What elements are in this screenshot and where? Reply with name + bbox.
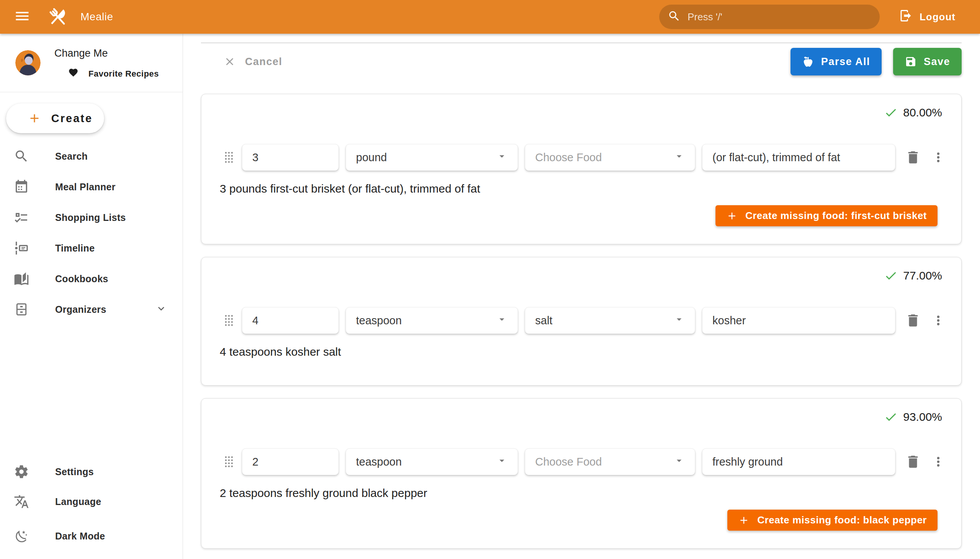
parser-toolbar: Cancel Parse All Save [201,48,962,75]
ingredient-card: 77.00% teaspoon salt 4 teaspoons kos [201,257,962,385]
drag-handle[interactable] [224,314,233,327]
favorite-recipes-label: Favorite Recipes [88,69,159,79]
food-value: Choose Food [535,151,602,164]
sidebar-item-organizers[interactable]: Organizers [0,296,183,323]
sidebar-item-label: Organizers [55,304,106,315]
note-input[interactable] [702,448,896,475]
sidebar-item-dark-mode[interactable]: Dark Mode [0,522,183,550]
create-button[interactable]: Create [6,103,104,133]
quantity-input[interactable] [242,144,339,171]
app-title: Mealie [80,11,113,23]
confidence-value: 80.00% [903,106,942,119]
translate-icon [14,494,29,509]
mealie-logo-icon[interactable] [47,6,69,28]
delete-button[interactable] [902,451,924,473]
sidebar-item-label: Language [55,496,101,507]
create-missing-food-button[interactable]: Create missing food: black pepper [727,509,937,531]
sidebar-item-cookbooks[interactable]: Cookbooks [0,265,183,293]
checklist-icon [14,210,29,225]
dropdown-caret-icon [496,150,507,165]
unit-select[interactable]: pound [346,144,518,171]
trash-icon [905,149,921,165]
save-button[interactable]: Save [893,48,962,75]
check-icon [884,269,898,283]
parse-all-button[interactable]: Parse All [790,48,882,75]
sidebar-item-meal-planner[interactable]: Meal Planner [0,173,183,201]
food-select[interactable]: Choose Food [525,144,695,171]
sidebar-item-label: Search [55,151,88,162]
unit-value: pound [356,151,387,164]
drag-handle[interactable] [224,456,233,468]
calendar-icon [14,179,29,195]
check-icon [884,410,898,424]
confidence-badge: 77.00% [213,257,949,283]
delete-button[interactable] [902,310,924,331]
trash-icon [905,313,921,329]
unit-select[interactable]: teaspoon [346,448,518,475]
sidebar-item-language[interactable]: Language [0,488,183,515]
ingredient-fields-row: teaspoon salt [213,307,949,334]
kebab-icon [931,455,945,469]
unit-value: teaspoon [356,456,402,468]
close-icon [223,56,236,68]
sidebar-item-search[interactable]: Search [0,142,183,170]
plus-icon [726,210,738,222]
create-missing-food-button[interactable]: Create missing food: first-cut brisket [716,205,937,226]
note-input[interactable] [702,307,896,334]
food-select[interactable]: salt [525,307,695,334]
timeline-icon [14,240,29,256]
heart-icon [68,68,78,80]
dropdown-caret-icon [673,150,685,165]
sidebar-item-shopping-lists[interactable]: Shopping Lists [0,204,183,231]
search-icon [668,10,681,24]
drag-handle[interactable] [224,151,233,164]
sidebar-item-label: Meal Planner [55,182,116,193]
save-icon [905,56,917,68]
logout-label: Logout [919,11,955,23]
global-search-box[interactable] [659,5,880,29]
sidebar-item-label: Dark Mode [55,531,105,542]
check-icon [884,106,898,119]
ingredient-card: 80.00% pound Choose Food 3 pounds fi [201,94,962,244]
delete-button[interactable] [902,147,924,168]
dropdown-caret-icon [673,314,685,328]
confidence-value: 77.00% [903,269,942,282]
food-select[interactable]: Choose Food [525,448,695,475]
content-top-divider [201,43,962,43]
food-value: Choose Food [535,456,602,468]
sidebar-item-settings[interactable]: Settings [0,458,183,486]
hamburger-menu-button[interactable] [12,7,32,27]
original-text: 3 pounds first-cut brisket (or flat-cut)… [220,182,949,195]
trash-icon [905,454,921,470]
dropdown-caret-icon [673,455,685,469]
more-button[interactable] [927,147,949,168]
original-text: 4 teaspoons kosher salt [220,346,949,358]
note-input[interactable] [702,144,896,171]
user-avatar[interactable] [15,50,41,75]
logout-button[interactable]: Logout [892,9,955,25]
food-value: salt [535,314,552,327]
quantity-input[interactable] [242,448,339,475]
parse-all-label: Parse All [821,56,870,68]
ingredient-fields-row: teaspoon Choose Food [213,448,949,475]
unit-value: teaspoon [356,314,402,327]
sidebar-item-timeline[interactable]: Timeline [0,234,183,262]
cancel-button[interactable]: Cancel [214,56,283,68]
drawer-cabinet-icon [14,302,29,317]
moon-stars-icon [14,528,29,544]
favorite-recipes-link[interactable]: Favorite Recipes [58,68,159,80]
original-text: 2 teaspoons freshly ground black pepper [220,487,949,499]
chevron-down-icon [155,303,167,316]
sidebar-item-label: Settings [55,466,94,478]
create-missing-food-label: Create missing food: first-cut brisket [745,210,927,222]
unit-select[interactable]: teaspoon [346,307,518,334]
save-label: Save [924,56,950,68]
logout-icon [899,9,912,25]
more-button[interactable] [927,451,949,473]
quantity-input[interactable] [242,307,339,334]
dropdown-caret-icon [496,314,507,328]
search-input[interactable] [687,11,871,23]
sidebar-bottom-nav: Settings Language Dark Mode [0,458,183,550]
create-button-label: Create [51,112,93,125]
more-button[interactable] [927,310,949,331]
